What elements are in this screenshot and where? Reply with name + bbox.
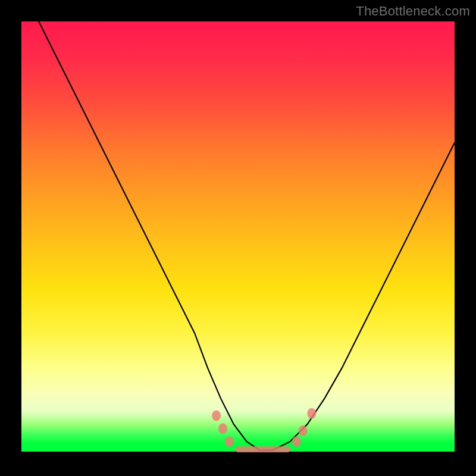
highlight-dot (292, 436, 301, 447)
highlight-dot (218, 423, 227, 434)
highlight-dot (212, 411, 221, 421)
highlight-dot (299, 425, 308, 436)
bottleneck-curve (21, 21, 455, 450)
highlight-dot (307, 408, 316, 419)
plot-area (21, 21, 455, 455)
bottleneck-chart-svg (21, 21, 455, 455)
chart-frame: TheBottleneck.com (0, 0, 476, 476)
watermark-label: TheBottleneck.com (356, 4, 470, 19)
highlight-markers (212, 408, 316, 447)
highlight-dot (225, 436, 234, 447)
